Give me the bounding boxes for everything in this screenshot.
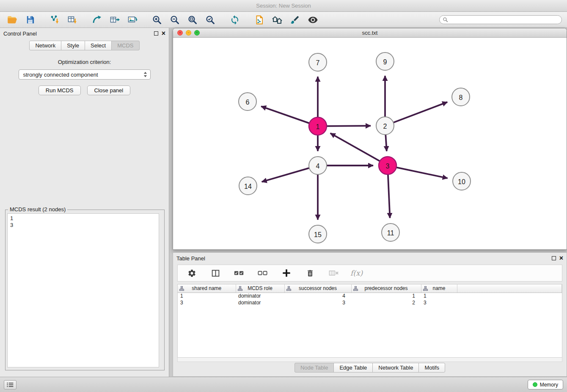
graph-node-9[interactable]: 9 [376,52,394,70]
apply-layout-button[interactable] [228,14,242,26]
zoom-selected-button[interactable] [203,14,217,26]
close-panel-button[interactable]: Close panel [87,86,131,95]
export-network-button[interactable] [90,14,104,26]
graph-edge-3-1[interactable] [330,133,380,161]
network-overview-button[interactable] [252,14,267,26]
table-close-panel-icon[interactable]: × [559,256,563,260]
graph-node-6[interactable]: 6 [239,93,256,110]
toolbar-group-export [90,14,140,26]
graph-node-11[interactable]: 11 [382,224,399,241]
zoom-selected-icon [205,15,215,25]
graph-node-1[interactable]: 1 [309,117,327,135]
graph-node-15[interactable]: 15 [309,225,327,243]
graph-edge-3-11[interactable] [388,174,390,218]
delete-column-button[interactable] [327,267,341,279]
export-image-button[interactable] [125,14,140,26]
search-box[interactable] [439,15,562,24]
graph-node-10[interactable]: 10 [453,172,471,190]
shared-column-icon [179,286,184,291]
run-mcds-button[interactable]: Run MCDS [39,86,81,95]
graph-edge-4-14[interactable] [262,168,309,182]
tab-network-table[interactable]: Network Table [372,363,419,373]
graph-edge-2-3[interactable] [385,135,387,151]
column-label: name [432,285,445,291]
table-row[interactable]: 1dominator411 [178,293,562,299]
column-header-name[interactable]: name [421,284,457,293]
home-button[interactable] [270,14,284,26]
search-input[interactable] [450,17,559,23]
graph-edge-1-2[interactable] [327,126,371,126]
graph-edge-2-8[interactable] [394,102,448,122]
table-cell: 3 [284,299,351,306]
table-settings-button[interactable] [184,267,199,279]
export-table-button[interactable] [107,14,122,26]
show-hide-button[interactable] [306,14,320,26]
graph-edge-1-6[interactable] [261,106,309,123]
column-header-successor-nodes[interactable]: successor nodes [284,284,351,293]
svg-text:9: 9 [383,58,387,66]
memory-button[interactable]: Memory [528,380,563,389]
graph-node-4[interactable]: 4 [309,157,327,174]
toolbar-group-layout [228,14,242,26]
mcds-result-list[interactable]: 13 [7,213,159,367]
function-builder-button[interactable]: f(x) [350,269,363,277]
mcds-result-groupbox: MCDS result (2 nodes) 13 [5,210,165,370]
task-history-button[interactable] [4,380,17,389]
save-session-button[interactable] [23,14,37,26]
main-toolbar [0,12,567,28]
table-row[interactable]: 3dominator323 [178,299,562,306]
add-row-button[interactable] [279,267,294,279]
close-panel-icon[interactable]: × [162,31,165,36]
tab-mcds[interactable]: MCDS [111,41,139,50]
svg-text:11: 11 [387,229,394,237]
delete-row-button[interactable] [303,267,317,279]
table-horizontal-scrollbar[interactable] [177,358,562,362]
result-line: 3 [10,222,156,229]
close-window-button[interactable]: × [177,30,183,36]
graph-node-7[interactable]: 7 [309,53,327,71]
open-session-button[interactable] [5,14,19,26]
select-all-button[interactable] [232,267,246,279]
node-table[interactable]: shared nameMCDS rolesuccessor nodesprede… [177,284,562,358]
criterion-select-value: strongly connected component [23,72,143,78]
network-graph[interactable]: 7968124314101511 [173,38,567,249]
tab-style[interactable]: Style [61,41,85,50]
graph-node-2[interactable]: 2 [376,117,394,135]
zoom-in-button[interactable] [150,14,164,26]
deselect-all-button[interactable] [256,267,270,279]
table-cell: 4 [284,293,351,299]
zoom-window-button[interactable]: + [194,30,200,36]
zoom-out-button[interactable] [168,14,182,26]
control-panel: Control Panel × Network Style Select MCD… [0,28,169,377]
minimize-window-button[interactable]: − [186,30,191,36]
network-view-window: ×−+ scc.txt 7968124314101511 [173,28,567,250]
show-columns-button[interactable] [208,267,223,279]
zoom-fit-button[interactable] [185,14,200,26]
table-cell: 1 [178,293,236,299]
criterion-select[interactable]: strongly connected component [19,69,151,80]
tab-node-table[interactable]: Node Table [295,363,334,373]
graph-node-3[interactable]: 3 [379,157,396,174]
network-window-titlebar[interactable]: ×−+ scc.txt [173,28,567,38]
table-float-panel-icon[interactable] [552,256,556,260]
float-panel-icon[interactable] [154,31,158,36]
network-canvas[interactable]: 7968124314101511 [173,38,567,249]
tab-edge-table[interactable]: Edge Table [333,363,373,373]
tab-motifs[interactable]: Motifs [418,363,445,373]
column-header-MCDS-role[interactable]: MCDS role [236,284,284,293]
graph-node-14[interactable]: 14 [239,177,257,195]
import-table-button[interactable] [65,14,80,26]
tab-network[interactable]: Network [29,41,61,50]
graph-node-8[interactable]: 8 [452,88,470,106]
columns-icon [211,269,220,278]
column-header-predecessor-nodes[interactable]: predecessor nodes [351,284,421,293]
graph-edge-3-10[interactable] [396,167,448,178]
table-cell: 2 [351,299,421,306]
svg-text:1: 1 [316,123,320,130]
network-document-icon [254,15,264,25]
tab-select[interactable]: Select [85,41,112,50]
refresh-layout-icon [230,15,240,25]
import-network-button[interactable] [47,14,62,26]
apply-style-button[interactable] [288,14,302,26]
column-header-shared-name[interactable]: shared name [178,284,236,293]
